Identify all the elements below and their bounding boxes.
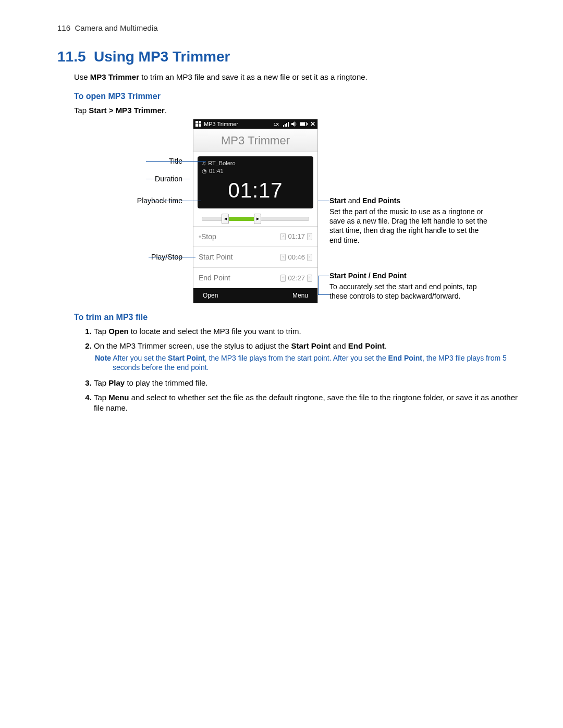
- volume-icon: [291, 121, 298, 127]
- svg-rect-3: [199, 124, 201, 127]
- svg-rect-7: [286, 123, 287, 127]
- svg-rect-12: [300, 122, 305, 126]
- end-point-row: End Point ‹ 02:27 ›: [193, 267, 317, 288]
- trim-slider[interactable]: ◀ ▶: [198, 212, 313, 226]
- track-title: RT_Bolero: [208, 159, 235, 167]
- svg-marker-9: [291, 121, 295, 127]
- status-bar: MP3 Trimmer 1X ✕: [193, 119, 317, 129]
- svg-rect-1: [199, 121, 201, 124]
- close-icon[interactable]: ✕: [310, 120, 315, 128]
- chevron-left-icon[interactable]: ‹: [280, 254, 286, 261]
- note: Note After you set the Start Point, the …: [112, 353, 527, 372]
- chevron-left-icon[interactable]: ‹: [280, 275, 286, 282]
- chevron-left-icon[interactable]: ‹: [280, 233, 286, 240]
- step-3: Tap Play to play the trimmed file.: [94, 378, 527, 388]
- intro-text: Use MP3 Trimmer to trim an MP3 file and …: [36, 72, 527, 82]
- start-point-row: Start Point ‹ 00:46 ›: [193, 246, 317, 267]
- svg-rect-6: [285, 124, 286, 127]
- svg-rect-8: [288, 122, 289, 127]
- chevron-right-icon[interactable]: ›: [307, 275, 312, 282]
- svg-rect-2: [195, 124, 198, 127]
- open-instruction: Tap Start > MP3 Trimmer.: [36, 105, 527, 116]
- app-name-bold: MP3 Trimmer: [90, 72, 139, 81]
- triangle-left-icon: ◀: [224, 216, 227, 221]
- callout-duration: Duration: [109, 174, 182, 184]
- chevron-right-icon[interactable]: ›: [307, 233, 312, 240]
- section-name: Using MP3 Trimmer: [94, 48, 230, 65]
- stop-time: 01:17: [288, 232, 305, 241]
- start-point-value: 00:46: [288, 253, 305, 262]
- phone-screenshot: MP3 Trimmer 1X ✕ MP3 Trimmer ♫RT_Bolero …: [193, 119, 318, 303]
- steps-list: Tap Open to locate and select the MP3 fi…: [36, 326, 527, 414]
- start-point-label: Start Point: [199, 252, 232, 262]
- callout-start-end-points: Start and End Points Set the part of the…: [329, 196, 491, 245]
- section-number: 11.5: [57, 48, 86, 65]
- callout-playstop: Play/Stop: [109, 252, 182, 262]
- svg-text:1X: 1X: [274, 122, 279, 127]
- battery-icon: [300, 122, 308, 126]
- stop-button[interactable]: Stop: [201, 232, 216, 241]
- chapter-name: Camera and Multimedia: [75, 23, 157, 32]
- windows-icon: [195, 121, 202, 127]
- page-header: 116 Camera and Multimedia: [36, 23, 527, 33]
- bottom-bar: Open Menu: [193, 288, 317, 303]
- play-stop-row: •Stop ‹ 01:17 ›: [193, 226, 317, 247]
- app-title: MP3 Trimmer: [193, 129, 317, 152]
- section-title: 11.5 Using MP3 Trimmer: [36, 47, 527, 67]
- menu-button[interactable]: Menu: [292, 291, 308, 300]
- step-4: Tap Menu and select to whether set the f…: [94, 392, 527, 414]
- triangle-right-icon: ▶: [256, 216, 259, 221]
- page-number: 116: [57, 23, 70, 32]
- signal-1x-icon: 1X: [274, 121, 281, 127]
- svg-rect-11: [307, 123, 308, 125]
- track-duration: 01:41: [209, 167, 224, 175]
- figure: MP3 Trimmer 1X ✕ MP3 Trimmer ♫RT_Bolero …: [36, 119, 527, 306]
- svg-rect-0: [195, 121, 198, 124]
- open-button[interactable]: Open: [203, 291, 218, 300]
- slider-handle-right[interactable]: ▶: [254, 214, 261, 224]
- slider-handle-left[interactable]: ◀: [222, 214, 229, 224]
- end-point-label: End Point: [199, 273, 230, 283]
- open-path: Start > MP3 Trimmer: [89, 106, 164, 115]
- svg-rect-5: [283, 125, 284, 127]
- step-2: On the MP3 Trimmer screen, use the stylu…: [94, 341, 527, 373]
- track-info-box: ♫RT_Bolero ◔01:41 01:17: [198, 156, 313, 208]
- subheading-open: To open MP3 Trimmer: [36, 91, 527, 102]
- status-app-name: MP3 Trimmer: [204, 120, 238, 128]
- callout-title: Title: [125, 156, 182, 166]
- signal-bars-icon: [283, 121, 289, 127]
- callout-playback: Playback time: [91, 196, 182, 206]
- music-note-icon: ♫: [202, 159, 206, 167]
- callout-step-controls: Start Point / End Point To accurately se…: [329, 271, 491, 301]
- subheading-trim: To trim an MP3 file: [36, 312, 527, 323]
- chevron-right-icon[interactable]: ›: [307, 254, 312, 261]
- playback-time: 01:17: [202, 176, 309, 204]
- end-point-value: 02:27: [288, 274, 305, 283]
- clock-icon: ◔: [202, 167, 207, 175]
- step-1: Tap Open to locate and select the MP3 fi…: [94, 326, 527, 337]
